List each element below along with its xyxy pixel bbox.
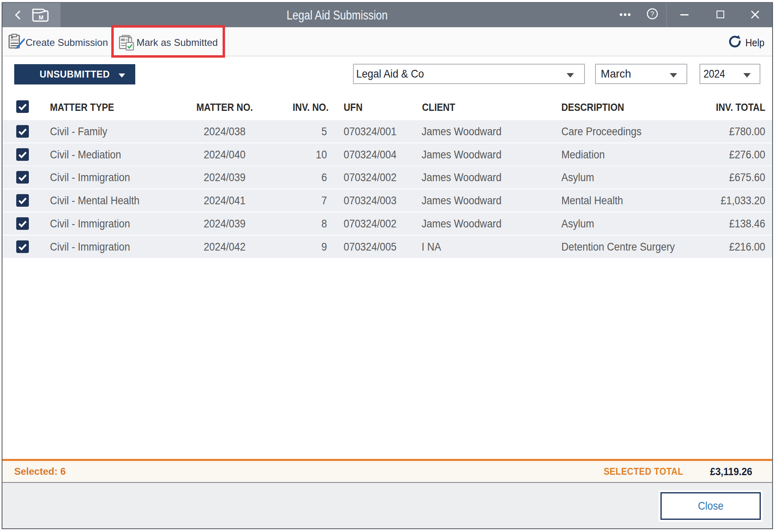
svg-text:?: ? [651,11,654,17]
svg-text:M: M [39,14,43,21]
